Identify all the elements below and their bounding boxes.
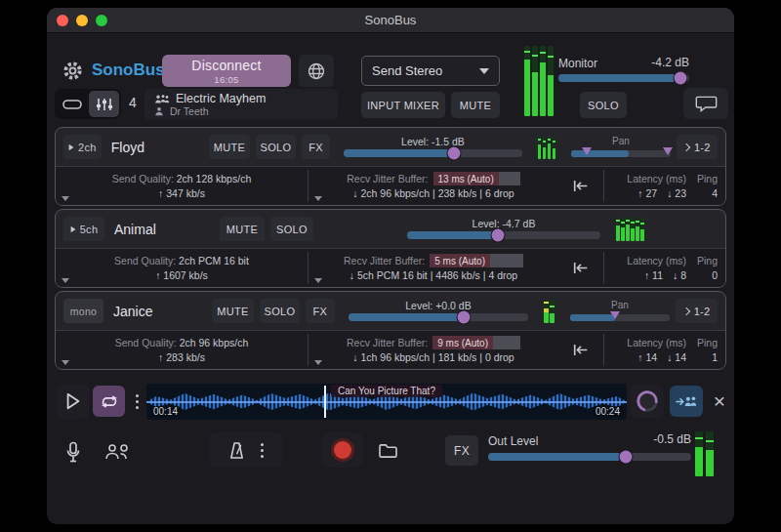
open-file-button[interactable]	[369, 433, 406, 467]
microphone-icon	[65, 441, 81, 463]
destination-label: 1-2	[694, 306, 711, 317]
expand-triangle-icon[interactable]	[62, 278, 69, 283]
output-fx-button[interactable]: FX	[445, 435, 478, 466]
peer-mute-button[interactable]: MUTE	[212, 299, 254, 323]
play-button[interactable]	[57, 384, 89, 419]
peer-channels-button[interactable]: mono	[63, 299, 103, 323]
jitter-section[interactable]: Recv Jitter Buffer: 9 ms (Auto) ↓ 1ch 96…	[308, 331, 558, 369]
mixer-view-icon	[95, 98, 114, 111]
metronome-button[interactable]	[209, 432, 283, 468]
peer-solo-button[interactable]: SOLO	[270, 217, 313, 241]
peer-expand-button[interactable]: 2ch	[63, 135, 102, 159]
jitter-section[interactable]: Recv Jitter Buffer: 5 ms (Auto) ↓ 5ch PC…	[308, 249, 558, 287]
player-menu-button[interactable]	[129, 386, 144, 417]
send-mode-select[interactable]: Send Stereo	[361, 56, 500, 86]
pan-thumb[interactable]	[610, 311, 620, 319]
peer-list: 2ch Floyd MUTE SOLO FX Level: -1.5 dB	[55, 127, 726, 373]
group-name: Electric Mayhem	[176, 93, 266, 105]
settings-button[interactable]	[55, 55, 90, 87]
peer-pan-slider[interactable]	[570, 314, 670, 321]
peer-destination-button[interactable]: 1-2	[676, 299, 718, 323]
group-info-panel[interactable]: Electric Mayhem Dr Teeth	[144, 89, 338, 120]
expand-triangle-icon[interactable]	[62, 360, 69, 365]
jitter-section[interactable]: Recv Jitter Buffer: 13 ms (Auto) ↓ 2ch 9…	[308, 167, 558, 205]
chat-bubble-icon	[695, 95, 718, 112]
main-mute-button[interactable]: MUTE	[451, 92, 500, 118]
slider-thumb[interactable]	[457, 311, 470, 324]
play-icon	[64, 391, 82, 411]
peer-stats: Send Quality: 2ch PCM 16 bit ↑ 1607 kb/s…	[56, 248, 725, 287]
loop-button[interactable]	[93, 386, 125, 417]
peer-fx-button[interactable]: FX	[306, 299, 335, 323]
expand-triangle-icon[interactable]	[62, 196, 69, 201]
peer-level-slider[interactable]	[407, 231, 600, 239]
jitter-reset-button[interactable]	[558, 331, 603, 369]
waveform-display[interactable]: Can You Picture That? 00:14 00:24	[146, 384, 627, 420]
input-mixer-button[interactable]: INPUT MIXER	[361, 92, 445, 118]
pan-thumb-right[interactable]	[663, 147, 673, 155]
console-view-button[interactable]	[89, 91, 119, 117]
send-file-to-group-button[interactable]	[670, 386, 703, 417]
peer-mute-button[interactable]: MUTE	[209, 135, 250, 159]
titlebar[interactable]: SonoBus	[47, 8, 734, 33]
ping-label: Ping	[690, 337, 718, 348]
send-quality-section[interactable]: Send Quality: 2ch 96 kbps/ch ↑ 283 kb/s	[56, 331, 308, 369]
connect-server-button[interactable]	[299, 55, 334, 87]
close-player-button[interactable]: ×	[707, 384, 732, 419]
ping-value: 4	[690, 187, 718, 199]
ping-label: Ping	[690, 255, 718, 266]
jitter-label: Recv Jitter Buffer:	[344, 255, 425, 266]
expand-triangle-icon[interactable]	[314, 360, 322, 365]
slider-thumb[interactable]	[620, 451, 633, 464]
main-solo-button[interactable]: SOLO	[580, 92, 627, 118]
reset-to-min-icon	[572, 343, 590, 357]
input-monitor-button[interactable]	[59, 435, 88, 469]
slider-thumb[interactable]	[492, 229, 505, 242]
peer-name: Janice	[109, 304, 206, 319]
zoom-window-button[interactable]	[96, 15, 107, 26]
jitter-buffer-bar[interactable]: 13 ms (Auto)	[433, 172, 520, 185]
disconnect-button[interactable]: Disconnect 16:05	[162, 55, 291, 87]
peer-level-label: Level: -1.5 dB	[344, 137, 522, 147]
chat-button[interactable]	[683, 88, 728, 119]
minimize-window-button[interactable]	[76, 15, 88, 26]
sonobus-window: SonoBus SonoBus Disconnect 16:05 Send St…	[47, 8, 734, 524]
monitor-slider[interactable]	[558, 74, 689, 82]
peer-solo-button[interactable]: SOLO	[260, 299, 300, 323]
jitter-reset-button[interactable]	[558, 167, 603, 205]
slider-thumb[interactable]	[674, 72, 686, 85]
playback-gain-knob[interactable]	[631, 385, 664, 418]
playhead[interactable]	[324, 386, 326, 418]
close-window-button[interactable]	[57, 15, 68, 26]
peer-stats: Send Quality: 2ch 128 kbps/ch ↑ 347 kb/s…	[56, 166, 725, 205]
peer-level-slider[interactable]	[349, 313, 528, 321]
send-quality-section[interactable]: Send Quality: 2ch PCM 16 bit ↑ 1607 kb/s	[56, 249, 308, 287]
latency-label: Latency (ms)	[604, 173, 686, 184]
peer-level-slider[interactable]	[344, 149, 522, 157]
record-button[interactable]	[322, 432, 363, 468]
pan-thumb-left[interactable]	[582, 147, 592, 155]
slider-thumb[interactable]	[448, 147, 461, 160]
peer-solo-button[interactable]: SOLO	[256, 135, 296, 159]
group-monitor-button[interactable]	[98, 435, 139, 469]
waveform-centerline	[146, 401, 627, 403]
metronome-menu-icon[interactable]	[261, 443, 264, 458]
time-current: 00:14	[150, 406, 181, 417]
recv-info: ↓ 1ch 96 kbps/ch | 181 kb/s | 0 drop	[308, 351, 558, 363]
peer-expand-button[interactable]: 5ch	[63, 217, 104, 241]
peer-destination-button[interactable]: 1-2	[677, 135, 718, 159]
meter-bar	[538, 136, 542, 159]
jitter-buffer-bar[interactable]: 9 ms (Auto)	[432, 336, 520, 349]
minimal-view-button[interactable]	[57, 91, 87, 117]
expand-triangle-icon[interactable]	[314, 278, 322, 283]
out-level-slider[interactable]	[488, 453, 691, 461]
globe-icon	[307, 61, 326, 81]
reset-to-min-icon	[572, 261, 590, 275]
peer-fx-button[interactable]: FX	[302, 135, 331, 159]
peer-mute-button[interactable]: MUTE	[220, 217, 265, 241]
expand-triangle-icon[interactable]	[314, 196, 322, 201]
jitter-buffer-bar[interactable]: 5 ms (Auto)	[430, 254, 523, 267]
peer-pan-slider[interactable]	[571, 150, 670, 157]
send-quality-section[interactable]: Send Quality: 2ch 128 kbps/ch ↑ 347 kb/s	[56, 167, 308, 205]
jitter-reset-button[interactable]	[558, 249, 603, 287]
